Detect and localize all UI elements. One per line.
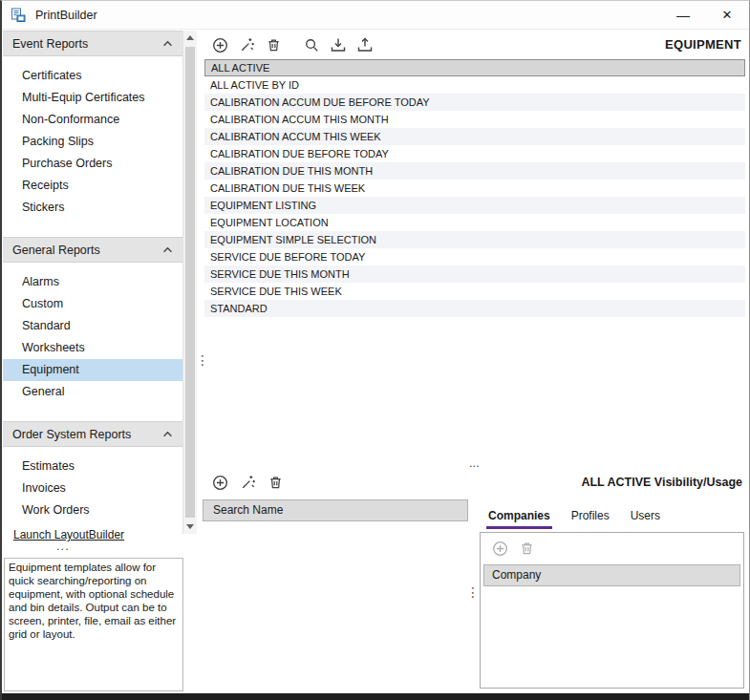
delete-trash-icon[interactable]	[517, 539, 536, 558]
template-row[interactable]: SERVICE DUE BEFORE TODAY	[204, 248, 745, 265]
template-description: Equipment templates allow for quick sear…	[4, 558, 183, 691]
edit-wand-icon[interactable]	[238, 473, 257, 492]
chevron-up-icon	[162, 431, 173, 437]
template-row[interactable]: CALIBRATION ACCUM THIS WEEK	[204, 128, 745, 145]
minimize-button[interactable]: —	[661, 1, 705, 29]
tab-companies[interactable]: Companies	[486, 507, 552, 529]
template-toolbar	[203, 32, 375, 57]
section-header-general-reports[interactable]: General Reports	[3, 237, 182, 263]
template-row[interactable]: CALIBRATION ACCUM DUE BEFORE TODAY	[204, 94, 745, 111]
section-items-event-reports: Certificates Multi-Equip Certificates No…	[3, 56, 182, 237]
companies-panel: Company	[480, 532, 744, 689]
sidebar-item-multi-equip-certificates[interactable]: Multi-Equip Certificates	[3, 87, 182, 109]
sidebar-item-custom[interactable]: Custom	[3, 293, 182, 315]
sidebar-scrollbar[interactable]	[182, 31, 197, 534]
description-splitter-handle[interactable]: ...	[56, 539, 70, 553]
search-toolbar	[203, 473, 285, 492]
sidebar-item-stickers[interactable]: Stickers	[3, 197, 182, 219]
app-window: PrintBuilder — ✕ Event Reports Certifica…	[0, 0, 750, 700]
app-icon	[11, 8, 26, 23]
section-header-event-reports[interactable]: Event Reports	[3, 31, 182, 56]
panel-splitter-handle[interactable]: ...	[469, 456, 480, 470]
scrollbar-thumb[interactable]	[185, 47, 195, 518]
window-controls: — ✕	[661, 1, 749, 29]
sidebar: Event Reports Certificates Multi-Equip C…	[3, 31, 182, 540]
close-button[interactable]: ✕	[705, 1, 749, 29]
template-row[interactable]: STANDARD	[204, 300, 745, 317]
sidebar-item-receipts[interactable]: Receipts	[3, 175, 182, 197]
template-row[interactable]: EQUIPMENT LISTING	[204, 197, 745, 214]
section-label: Order System Reports	[12, 428, 131, 441]
window-bottom-edge	[2, 693, 749, 700]
section-label: General Reports	[12, 244, 100, 257]
template-row[interactable]: EQUIPMENT SIMPLE SELECTION	[204, 231, 745, 248]
tab-users[interactable]: Users	[629, 507, 662, 529]
sidebar-item-standard[interactable]: Standard	[3, 315, 182, 337]
tab-profiles[interactable]: Profiles	[569, 507, 611, 529]
add-icon[interactable]	[210, 35, 229, 54]
section-items-order-system-reports: Estimates Invoices Work Orders	[3, 447, 182, 540]
export-icon[interactable]	[355, 35, 375, 54]
sidebar-item-packing-slips[interactable]: Packing Slips	[3, 131, 182, 153]
bottom-panel-splitter-handle[interactable]: ⋮	[466, 584, 480, 600]
sidebar-item-purchase-orders[interactable]: Purchase Orders	[3, 153, 182, 175]
template-row[interactable]: CALIBRATION DUE THIS WEEK	[204, 180, 745, 197]
sidebar-item-estimates[interactable]: Estimates	[3, 456, 182, 477]
delete-trash-icon[interactable]	[264, 35, 283, 54]
template-row[interactable]: SERVICE DUE THIS WEEK	[204, 283, 745, 300]
template-row[interactable]: CALIBRATION ACCUM THIS MONTH	[204, 111, 745, 128]
preview-magnifier-icon[interactable]	[302, 35, 321, 54]
window-title: PrintBuilder	[35, 9, 97, 22]
section-items-general-reports: Alarms Custom Standard Worksheets Equipm…	[3, 263, 182, 421]
sidebar-item-invoices[interactable]: Invoices	[3, 477, 182, 499]
add-icon[interactable]	[490, 539, 509, 558]
template-row[interactable]: ALL ACTIVE BY ID	[204, 76, 745, 94]
sidebar-item-work-orders[interactable]: Work Orders	[3, 499, 182, 521]
template-row[interactable]: ALL ACTIVE	[204, 59, 745, 76]
template-row[interactable]: CALIBRATION DUE BEFORE TODAY	[204, 145, 745, 162]
template-row[interactable]: CALIBRATION DUE THIS MONTH	[204, 162, 745, 180]
delete-trash-icon[interactable]	[266, 473, 285, 492]
section-header-order-system-reports[interactable]: Order System Reports	[3, 421, 182, 447]
sidebar-item-non-conformance[interactable]: Non-Conformance	[3, 109, 182, 131]
sidebar-item-certificates[interactable]: Certificates	[3, 65, 182, 87]
chevron-up-icon	[162, 246, 173, 253]
sidebar-item-equipment[interactable]: Equipment	[3, 359, 182, 381]
sidebar-item-worksheets[interactable]: Worksheets	[3, 337, 182, 359]
template-list: ALL ACTIVE ALL ACTIVE BY ID CALIBRATION …	[204, 59, 745, 317]
titlebar: PrintBuilder — ✕	[2, 1, 749, 30]
import-icon[interactable]	[329, 35, 348, 54]
visibility-usage-title: ALL ACTIVE Visibility/Usage	[581, 476, 742, 489]
sidebar-item-general[interactable]: General	[3, 381, 182, 403]
scroll-down-icon[interactable]	[183, 520, 197, 534]
add-icon[interactable]	[210, 473, 229, 492]
template-row[interactable]: EQUIPMENT LOCATION	[204, 214, 745, 231]
visibility-tabs: Companies Profiles Users	[486, 507, 662, 529]
scroll-up-icon[interactable]	[183, 31, 197, 45]
template-row[interactable]: SERVICE DUE THIS MONTH	[204, 265, 745, 283]
section-label: Event Reports	[12, 37, 88, 51]
company-column-header[interactable]: Company	[483, 564, 740, 586]
edit-wand-icon[interactable]	[237, 35, 256, 54]
sidebar-item-alarms[interactable]: Alarms	[3, 271, 182, 293]
chevron-up-icon	[162, 40, 173, 47]
sidebar-splitter-handle[interactable]: ⋮	[196, 352, 209, 368]
companies-toolbar	[481, 533, 743, 562]
search-name-column-header[interactable]: Search Name	[203, 499, 468, 521]
page-title: EQUIPMENT	[665, 37, 741, 52]
